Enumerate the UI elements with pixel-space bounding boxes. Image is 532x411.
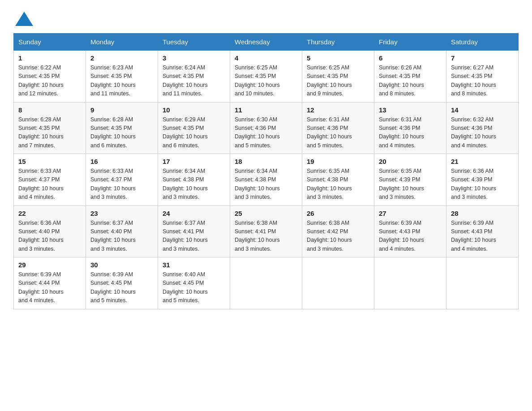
calendar-week-row: 29 Sunrise: 6:39 AMSunset: 4:44 PMDaylig… [14, 257, 519, 309]
day-info: Sunrise: 6:22 AMSunset: 4:35 PMDaylight:… [18, 64, 64, 97]
day-number: 30 [90, 261, 153, 269]
calendar-cell: 16 Sunrise: 6:33 AMSunset: 4:37 PMDaylig… [86, 154, 158, 206]
day-number: 9 [90, 106, 153, 114]
calendar-cell: 23 Sunrise: 6:37 AMSunset: 4:40 PMDaylig… [86, 206, 158, 257]
calendar-cell: 28 Sunrise: 6:39 AMSunset: 4:43 PMDaylig… [446, 206, 519, 257]
day-info: Sunrise: 6:29 AMSunset: 4:35 PMDaylight:… [163, 116, 208, 149]
day-info: Sunrise: 6:36 AMSunset: 4:40 PMDaylight:… [18, 220, 64, 252]
calendar-cell: 18 Sunrise: 6:34 AMSunset: 4:38 PMDaylig… [230, 154, 302, 206]
day-number: 27 [379, 210, 442, 217]
day-info: Sunrise: 6:25 AMSunset: 4:35 PMDaylight:… [307, 64, 352, 97]
calendar-cell: 6 Sunrise: 6:26 AMSunset: 4:35 PMDayligh… [374, 51, 446, 103]
day-number: 18 [235, 158, 297, 165]
day-number: 17 [163, 158, 225, 165]
calendar-cell: 14 Sunrise: 6:32 AMSunset: 4:36 PMDaylig… [446, 102, 519, 154]
column-header-thursday: Thursday [302, 34, 374, 51]
day-info: Sunrise: 6:28 AMSunset: 4:35 PMDaylight:… [90, 116, 136, 149]
calendar-cell [374, 257, 446, 309]
day-number: 26 [307, 210, 369, 217]
calendar-cell: 19 Sunrise: 6:35 AMSunset: 4:38 PMDaylig… [302, 154, 374, 206]
day-info: Sunrise: 6:35 AMSunset: 4:38 PMDaylight:… [307, 168, 352, 200]
day-number: 29 [18, 261, 81, 269]
calendar-cell: 3 Sunrise: 6:24 AMSunset: 4:35 PMDayligh… [158, 51, 230, 103]
calendar-week-row: 22 Sunrise: 6:36 AMSunset: 4:40 PMDaylig… [14, 206, 519, 257]
calendar-cell: 5 Sunrise: 6:25 AMSunset: 4:35 PMDayligh… [302, 51, 374, 103]
day-number: 15 [18, 158, 81, 165]
calendar-cell [230, 257, 302, 309]
day-info: Sunrise: 6:37 AMSunset: 4:40 PMDaylight:… [90, 220, 136, 252]
day-info: Sunrise: 6:39 AMSunset: 4:45 PMDaylight:… [90, 271, 136, 304]
column-header-monday: Monday [86, 34, 158, 51]
calendar-cell: 22 Sunrise: 6:36 AMSunset: 4:40 PMDaylig… [14, 206, 86, 257]
day-number: 16 [90, 158, 153, 165]
day-number: 2 [90, 54, 153, 62]
logo-triangle-icon [14, 11, 34, 27]
day-info: Sunrise: 6:32 AMSunset: 4:36 PMDaylight:… [451, 116, 496, 149]
calendar-cell: 29 Sunrise: 6:39 AMSunset: 4:44 PMDaylig… [14, 257, 86, 309]
calendar-week-row: 15 Sunrise: 6:33 AMSunset: 4:37 PMDaylig… [14, 154, 519, 206]
calendar-cell: 31 Sunrise: 6:40 AMSunset: 4:45 PMDaylig… [158, 257, 230, 309]
day-info: Sunrise: 6:38 AMSunset: 4:42 PMDaylight:… [307, 220, 352, 252]
calendar-cell: 20 Sunrise: 6:35 AMSunset: 4:39 PMDaylig… [374, 154, 446, 206]
day-number: 3 [163, 54, 225, 62]
calendar-cell: 13 Sunrise: 6:31 AMSunset: 4:36 PMDaylig… [374, 102, 446, 154]
calendar-week-row: 1 Sunrise: 6:22 AMSunset: 4:35 PMDayligh… [14, 51, 519, 103]
calendar-header-row: SundayMondayTuesdayWednesdayThursdayFrid… [14, 34, 519, 51]
day-number: 13 [379, 106, 442, 114]
day-info: Sunrise: 6:30 AMSunset: 4:36 PMDaylight:… [235, 116, 280, 149]
calendar-cell: 8 Sunrise: 6:28 AMSunset: 4:35 PMDayligh… [14, 102, 86, 154]
day-info: Sunrise: 6:23 AMSunset: 4:35 PMDaylight:… [90, 64, 136, 97]
calendar-cell: 24 Sunrise: 6:37 AMSunset: 4:41 PMDaylig… [158, 206, 230, 257]
day-number: 11 [235, 106, 297, 114]
day-number: 7 [451, 54, 514, 62]
day-number: 10 [163, 106, 225, 114]
calendar-cell: 17 Sunrise: 6:34 AMSunset: 4:38 PMDaylig… [158, 154, 230, 206]
day-info: Sunrise: 6:33 AMSunset: 4:37 PMDaylight:… [18, 168, 64, 200]
calendar-cell: 4 Sunrise: 6:25 AMSunset: 4:35 PMDayligh… [230, 51, 302, 103]
logo-general-row [13, 11, 34, 27]
page-header [13, 11, 519, 25]
day-info: Sunrise: 6:37 AMSunset: 4:41 PMDaylight:… [163, 220, 208, 252]
day-number: 14 [451, 106, 514, 114]
svg-marker-0 [15, 12, 33, 26]
day-number: 31 [163, 261, 225, 269]
calendar-cell [446, 257, 519, 309]
logo [13, 11, 34, 25]
calendar-table: SundayMondayTuesdayWednesdayThursdayFrid… [13, 33, 519, 309]
day-number: 6 [379, 54, 442, 62]
day-info: Sunrise: 6:39 AMSunset: 4:44 PMDaylight:… [18, 271, 64, 304]
day-info: Sunrise: 6:40 AMSunset: 4:45 PMDaylight:… [163, 271, 208, 304]
day-number: 28 [451, 210, 514, 217]
calendar-cell: 21 Sunrise: 6:36 AMSunset: 4:39 PMDaylig… [446, 154, 519, 206]
day-info: Sunrise: 6:36 AMSunset: 4:39 PMDaylight:… [451, 168, 496, 200]
day-number: 21 [451, 158, 514, 165]
day-info: Sunrise: 6:38 AMSunset: 4:41 PMDaylight:… [235, 220, 280, 252]
day-info: Sunrise: 6:28 AMSunset: 4:35 PMDaylight:… [18, 116, 64, 149]
calendar-cell: 25 Sunrise: 6:38 AMSunset: 4:41 PMDaylig… [230, 206, 302, 257]
day-info: Sunrise: 6:31 AMSunset: 4:36 PMDaylight:… [379, 116, 424, 149]
day-info: Sunrise: 6:26 AMSunset: 4:35 PMDaylight:… [379, 64, 424, 97]
day-number: 1 [18, 54, 81, 62]
calendar-cell: 1 Sunrise: 6:22 AMSunset: 4:35 PMDayligh… [14, 51, 86, 103]
day-number: 22 [18, 210, 81, 217]
day-number: 25 [235, 210, 297, 217]
day-number: 12 [307, 106, 369, 114]
calendar-cell: 30 Sunrise: 6:39 AMSunset: 4:45 PMDaylig… [86, 257, 158, 309]
day-number: 24 [163, 210, 225, 217]
column-header-saturday: Saturday [446, 34, 519, 51]
calendar-cell: 2 Sunrise: 6:23 AMSunset: 4:35 PMDayligh… [86, 51, 158, 103]
day-number: 8 [18, 106, 81, 114]
column-header-friday: Friday [374, 34, 446, 51]
day-number: 5 [307, 54, 369, 62]
column-header-sunday: Sunday [14, 34, 86, 51]
day-info: Sunrise: 6:25 AMSunset: 4:35 PMDaylight:… [235, 64, 280, 97]
calendar-cell: 10 Sunrise: 6:29 AMSunset: 4:35 PMDaylig… [158, 102, 230, 154]
day-info: Sunrise: 6:39 AMSunset: 4:43 PMDaylight:… [379, 220, 424, 252]
calendar-cell [302, 257, 374, 309]
calendar-cell: 15 Sunrise: 6:33 AMSunset: 4:37 PMDaylig… [14, 154, 86, 206]
day-info: Sunrise: 6:35 AMSunset: 4:39 PMDaylight:… [379, 168, 424, 200]
day-number: 20 [379, 158, 442, 165]
calendar-cell: 9 Sunrise: 6:28 AMSunset: 4:35 PMDayligh… [86, 102, 158, 154]
day-number: 4 [235, 54, 297, 62]
column-header-wednesday: Wednesday [230, 34, 302, 51]
